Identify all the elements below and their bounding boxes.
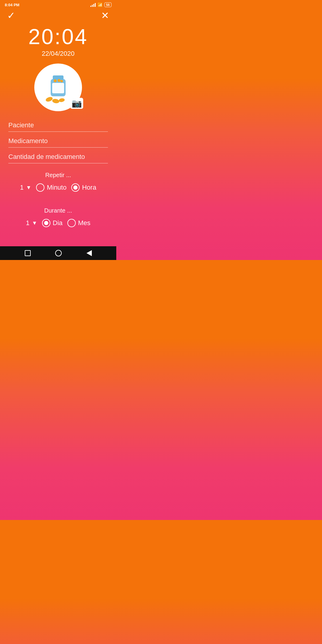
svg-rect-2	[52, 83, 64, 93]
status-right: 📶 56	[90, 2, 112, 7]
confirm-button[interactable]: ✓	[7, 11, 15, 20]
repetir-number: 1	[20, 184, 24, 191]
durante-options-row: 1 ▼ Dia Mes	[0, 219, 116, 227]
minuto-radio[interactable]	[36, 183, 44, 192]
repetir-dropdown[interactable]: ▼	[26, 185, 31, 191]
svg-rect-0	[53, 75, 64, 80]
minuto-label: Minuto	[47, 184, 66, 191]
signal-icon	[90, 3, 96, 7]
status-bar: 8:04 PM 📶 56	[0, 0, 116, 8]
status-time: 8:04 PM	[5, 3, 19, 7]
home-button[interactable]	[55, 250, 62, 256]
recent-apps-button[interactable]	[25, 250, 31, 256]
svg-point-6	[45, 96, 53, 103]
minuto-option[interactable]: Minuto	[36, 183, 66, 192]
top-nav: ✓ ✕	[0, 8, 116, 25]
medicamento-field-container	[8, 133, 108, 148]
repetir-label: Repetir ...	[0, 172, 116, 179]
time-display: 20:04	[5, 25, 112, 49]
durante-section: Durante ... 1 ▼ Dia Mes	[0, 200, 116, 234]
camera-button[interactable]: 📷	[70, 98, 83, 109]
durante-number: 1	[26, 219, 30, 227]
mes-radio[interactable]	[67, 219, 76, 227]
svg-point-7	[52, 98, 60, 104]
hora-label: Hora	[82, 184, 96, 191]
durante-number-picker: 1 ▼	[26, 219, 37, 227]
android-nav-bar	[0, 246, 116, 260]
repetir-section: Repetir ... 1 ▼ Minuto Hora	[0, 165, 116, 199]
form-section	[0, 117, 116, 165]
back-button[interactable]	[86, 250, 92, 256]
svg-point-4	[58, 79, 61, 82]
dia-label: Dia	[53, 219, 63, 227]
hora-option[interactable]: Hora	[71, 183, 96, 192]
dia-radio[interactable]	[42, 219, 50, 227]
medicine-icon-container: 📷	[0, 64, 116, 111]
mes-label: Mes	[78, 219, 91, 227]
svg-point-8	[58, 98, 65, 103]
battery-indicator: 56	[104, 2, 112, 7]
durante-label: Durante ...	[0, 207, 116, 214]
wifi-icon: 📶	[97, 2, 103, 7]
svg-point-3	[54, 79, 57, 82]
date-display: 22/04/2020	[5, 50, 112, 58]
svg-point-5	[61, 80, 63, 82]
paciente-field-container	[8, 117, 108, 132]
cantidad-input[interactable]	[8, 153, 108, 161]
paciente-input[interactable]	[8, 121, 108, 129]
mes-option[interactable]: Mes	[67, 219, 91, 227]
repetir-number-picker: 1 ▼	[20, 184, 31, 191]
cantidad-field-container	[8, 149, 108, 163]
medicamento-input[interactable]	[8, 137, 108, 145]
durante-dropdown[interactable]: ▼	[32, 220, 37, 226]
dia-option[interactable]: Dia	[42, 219, 63, 227]
time-section: 20:04 22/04/2020	[0, 25, 116, 60]
close-button[interactable]: ✕	[101, 11, 109, 20]
medicine-circle: 📷	[34, 64, 82, 111]
hora-radio[interactable]	[71, 183, 80, 192]
repetir-options-row: 1 ▼ Minuto Hora	[0, 183, 116, 192]
